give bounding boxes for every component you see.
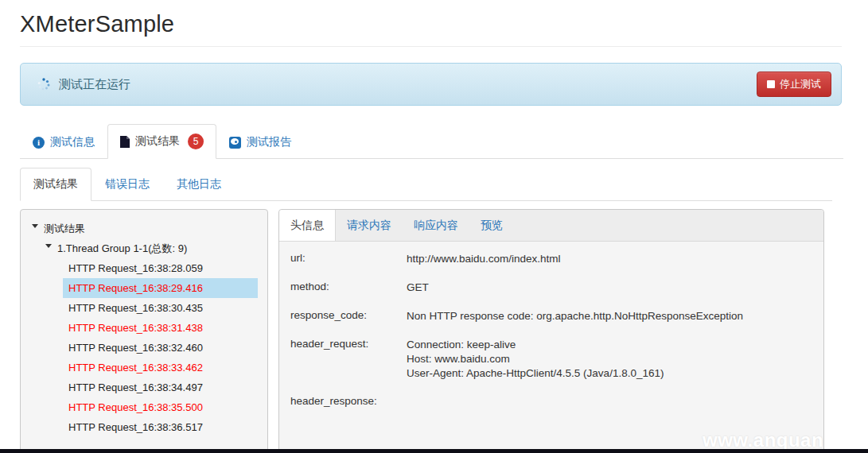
subtab-other-log[interactable]: 其他日志 (163, 168, 235, 201)
detail-body: url: http://www.baidu.com/index.html met… (279, 242, 823, 407)
tree-item-http-request[interactable]: HTTP Request_16:38:34.497 (63, 378, 258, 397)
field-row-method: method: GET (290, 281, 812, 295)
tree-item-http-request[interactable]: HTTP Request_16:38:33.462 (63, 358, 258, 378)
test-running-alert: 测试正在运行 停止测试 (20, 63, 842, 106)
results-panels: 测试结果 1.Thread Group 1-1(总数: 9) HTTP Requ… (20, 209, 868, 453)
tree-item-http-request[interactable]: HTTP Request_16:38:36.517 (63, 417, 258, 437)
request-detail-panel: 头信息 请求内容 响应内容 预览 url: http://www.baidu.c… (278, 209, 824, 453)
tree-item-http-request[interactable]: HTTP Request_16:38:31.438 (63, 318, 258, 338)
detail-tab-request-content[interactable]: 请求内容 (336, 210, 403, 241)
tree-item-http-request[interactable]: HTTP Request_16:38:35.500 (63, 397, 258, 417)
tab-test-info-label: 测试信息 (50, 135, 95, 149)
detail-tab-headers[interactable]: 头信息 (279, 210, 336, 241)
caret-down-icon[interactable] (32, 224, 38, 228)
detail-tab-preview[interactable]: 预览 (469, 210, 514, 241)
alert-message: 测试正在运行 (59, 77, 757, 92)
tree-item-http-request-selected[interactable]: HTTP Request_16:38:29.416 (63, 278, 258, 298)
subtab-error-log[interactable]: 错误日志 (91, 168, 163, 201)
page-container: XMeterSample 测试正在运行 停止测试 i 测试信息 (20, 11, 868, 453)
dashboard-icon (229, 137, 241, 149)
tree-node-thread-group-label: 1.Thread Group 1-1(总数: 9) (57, 238, 187, 258)
caret-down-icon[interactable] (45, 244, 52, 248)
detail-tab-response-content[interactable]: 响应内容 (403, 210, 469, 241)
page-title: XMeterSample (20, 11, 842, 47)
tab-test-info[interactable]: i 测试信息 (20, 126, 107, 159)
field-row-header-request: header_request: Connection: keep-alive H… (290, 338, 812, 381)
field-row-url: url: http://www.baidu.com/index.html (290, 252, 812, 266)
tab-test-results[interactable]: 测试结果 5 (107, 124, 216, 159)
field-row-response-code: response_code: Non HTTP response code: o… (290, 309, 812, 323)
file-icon (120, 136, 130, 148)
tree-node-root-label: 测试结果 (44, 219, 85, 238)
main-tabs: i 测试信息 测试结果 5 测试报告 (20, 124, 843, 159)
loading-spinner-icon (37, 77, 51, 91)
field-value-header-request: Connection: keep-alive Host: www.baidu.c… (407, 338, 664, 381)
stop-test-button[interactable]: 停止测试 (757, 72, 831, 97)
tree-item-http-request[interactable]: HTTP Request_16:38:30.435 (63, 298, 258, 318)
detail-tabs: 头信息 请求内容 响应内容 预览 (279, 210, 823, 242)
info-icon: i (33, 137, 45, 149)
watermark: www.anquanclu (703, 429, 824, 451)
tab-test-report[interactable]: 测试报告 (216, 126, 304, 159)
field-label: header_response: (290, 395, 407, 407)
field-label: response_code: (290, 309, 407, 323)
field-value-response-code: Non HTTP response code: org.apache.http.… (407, 309, 743, 323)
results-tree-panel: 测试结果 1.Thread Group 1-1(总数: 9) HTTP Requ… (20, 209, 268, 453)
sub-tabs: 测试结果 错误日志 其他日志 (20, 168, 832, 201)
results-count-badge: 5 (188, 134, 204, 149)
tab-test-results-label: 测试结果 (135, 134, 180, 149)
field-row-header-response: header_response: (290, 395, 812, 407)
field-label: method: (290, 281, 407, 295)
tree-node-root[interactable]: 测试结果 (21, 219, 267, 238)
tree-item-http-request[interactable]: HTTP Request_16:38:28.059 (63, 258, 258, 278)
field-label: url: (290, 252, 407, 266)
tree-item-http-request[interactable]: HTTP Request_16:38:32.460 (63, 338, 258, 358)
field-value-method: GET (407, 281, 429, 295)
taskbar-edge (0, 449, 868, 453)
tree-node-thread-group[interactable]: 1.Thread Group 1-1(总数: 9) (21, 238, 267, 258)
field-value-url: http://www.baidu.com/index.html (407, 252, 561, 266)
subtab-test-results[interactable]: 测试结果 (20, 168, 91, 201)
field-label: header_request: (290, 338, 407, 381)
tab-test-report-label: 测试报告 (247, 135, 291, 149)
stop-icon (767, 80, 775, 88)
stop-test-button-label: 停止测试 (780, 77, 821, 91)
